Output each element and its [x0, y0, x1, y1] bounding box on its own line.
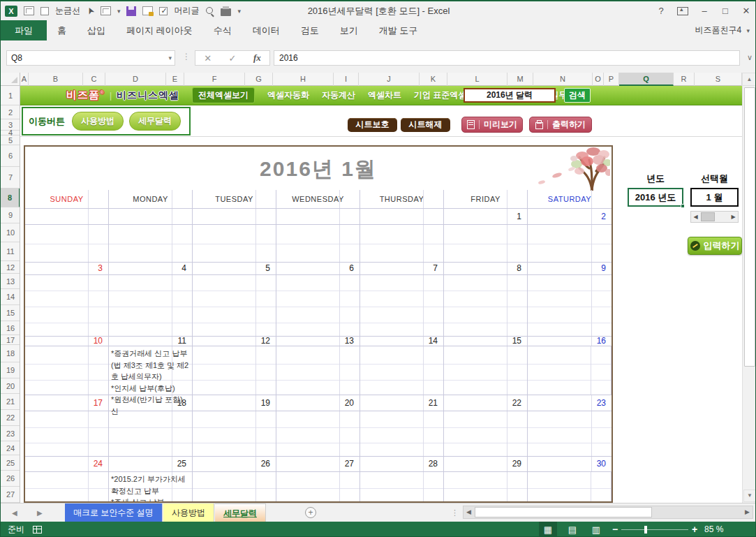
row-header-23[interactable]: 23 — [1, 426, 20, 441]
date-cell[interactable]: 13 — [276, 337, 360, 346]
minimize-button[interactable]: – — [694, 2, 715, 20]
date-cell[interactable]: 2 — [528, 209, 612, 224]
content-cell[interactable] — [25, 346, 109, 395]
date-cell[interactable]: 25 — [109, 457, 193, 471]
column-header-I[interactable]: I — [334, 73, 359, 86]
column-header-L[interactable]: L — [447, 73, 507, 86]
content-cell[interactable] — [109, 225, 193, 262]
content-cell[interactable] — [528, 411, 612, 456]
tab-nav-left-icon[interactable]: ◀ — [12, 503, 17, 522]
content-cell[interactable] — [444, 225, 528, 262]
content-cell[interactable] — [109, 411, 193, 456]
column-header-K[interactable]: K — [420, 73, 447, 86]
row-header-25[interactable]: 25 — [1, 455, 20, 471]
content-cell[interactable] — [193, 225, 276, 262]
content-cell[interactable] — [193, 472, 276, 503]
column-header-Q[interactable]: Q — [619, 73, 674, 86]
content-cell[interactable] — [193, 275, 276, 336]
date-cell[interactable]: 28 — [360, 457, 444, 471]
banner-menu-엑셀자동화[interactable]: 엑셀자동화 — [267, 89, 309, 101]
ribbon-tab-데이터[interactable]: 데이터 — [242, 20, 290, 41]
banner-menu-자동계산[interactable]: 자동계산 — [322, 89, 355, 101]
save-icon[interactable] — [126, 6, 136, 16]
macro-record-icon[interactable] — [33, 526, 42, 534]
content-cell[interactable] — [444, 411, 528, 456]
date-cell[interactable]: 27 — [276, 457, 360, 471]
row-header-2[interactable]: 2 — [1, 105, 20, 119]
spinner-left-icon[interactable]: ◀ — [691, 212, 700, 222]
business-excel-logo[interactable]: 비즈니스엑셀 — [117, 89, 179, 102]
date-cell[interactable]: 10 — [25, 337, 109, 346]
content-cell[interactable] — [360, 225, 444, 262]
row-header-12[interactable]: 12 — [1, 261, 20, 274]
row-header-14[interactable]: 14 — [1, 289, 20, 305]
date-cell[interactable]: 14 — [360, 337, 444, 346]
account-dropdown-icon[interactable]: ▾ — [746, 27, 750, 34]
banner-menu-기업 표준엑셀[interactable]: 기업 표준엑셀 — [414, 89, 466, 101]
bizform-logo[interactable]: 비즈폼® — [66, 89, 105, 102]
month-cell[interactable]: 1 월 — [690, 188, 739, 207]
row-header-13[interactable]: 13 — [1, 274, 20, 289]
row-header-21[interactable]: 21 — [1, 394, 20, 410]
content-cell[interactable] — [360, 275, 444, 336]
tab-nav-right-icon[interactable]: ▶ — [37, 503, 43, 522]
content-cell[interactable] — [25, 275, 109, 336]
date-cell[interactable] — [276, 209, 360, 224]
window-icon[interactable] — [24, 6, 34, 15]
zoom-percentage[interactable]: 85 % — [704, 522, 723, 537]
content-cell[interactable] — [25, 411, 109, 456]
row-header-8[interactable]: 8 — [1, 189, 20, 207]
gridlines-checkbox[interactable] — [40, 7, 49, 15]
borders-dropdown-icon[interactable]: ▾ — [117, 8, 121, 15]
content-cell[interactable] — [193, 346, 276, 395]
row-header-27[interactable]: 27 — [1, 487, 20, 503]
ribbon-tab-보기[interactable]: 보기 — [329, 20, 369, 41]
content-cell[interactable] — [276, 346, 360, 395]
formula-bar-expand-icon[interactable]: ∨ — [747, 53, 753, 62]
content-cell[interactable] — [444, 472, 528, 503]
scroll-down-button[interactable]: ▼ — [743, 490, 756, 502]
column-header-F[interactable]: F — [184, 73, 245, 86]
year-cell-q8[interactable]: 2016 년도 — [628, 188, 683, 207]
date-cell[interactable]: 26 — [193, 457, 276, 471]
date-cell[interactable]: 15 — [444, 337, 528, 346]
sheet-tab-세무달력[interactable]: 세무달력 — [215, 503, 266, 522]
name-box-dropdown-icon[interactable]: ▾ — [168, 51, 172, 65]
borders-icon[interactable] — [101, 6, 111, 15]
close-button[interactable]: ✕ — [736, 2, 756, 20]
preview-button[interactable]: 미리보기 — [461, 117, 523, 133]
sheet-unprotect-button[interactable]: 시트해제 — [401, 118, 450, 132]
row-header-1[interactable]: 1 — [1, 86, 20, 105]
print-preview-icon[interactable] — [205, 6, 214, 15]
content-cell[interactable] — [528, 275, 612, 336]
enter-icon[interactable]: ✓ — [229, 53, 237, 64]
horizontal-scrollbar[interactable]: ◀ ▶ — [463, 506, 753, 519]
spinner-right-icon[interactable]: ▶ — [729, 212, 738, 222]
row-header-11[interactable]: 11 — [1, 242, 20, 261]
content-cell[interactable] — [276, 275, 360, 336]
ribbon-tab-홈[interactable]: 홈 — [47, 20, 77, 41]
row-header-5[interactable]: 5 — [1, 135, 20, 145]
sheet-tab-매크로 보안수준 설명[interactable]: 매크로 보안수준 설명 — [65, 503, 163, 522]
date-cell[interactable] — [25, 209, 109, 224]
ribbon-tab-수식[interactable]: 수식 — [203, 20, 242, 41]
zoom-in-button[interactable]: + — [692, 522, 697, 537]
hscroll-right-icon[interactable]: ▶ — [742, 506, 753, 518]
fill-handle[interactable] — [681, 204, 685, 208]
row-header-4[interactable]: 4 — [1, 131, 20, 135]
ribbon-tab-페이지 레이아웃[interactable]: 페이지 레이아웃 — [116, 20, 203, 41]
column-header-D[interactable]: D — [105, 73, 166, 86]
sheet-protect-button[interactable]: 시트보호 — [348, 118, 397, 132]
column-header-C[interactable]: C — [83, 73, 105, 86]
account-name[interactable]: 비즈폼친구4 ▾ — [695, 20, 750, 41]
row-header-24[interactable]: 24 — [1, 441, 20, 455]
ribbon-display-options-icon[interactable] — [677, 7, 688, 15]
date-cell[interactable]: 21 — [360, 395, 444, 411]
column-header-J[interactable]: J — [359, 73, 420, 86]
row-header-10[interactable]: 10 — [1, 223, 20, 242]
select-all-corner[interactable] — [1, 73, 20, 86]
formula-input[interactable]: 2016 — [274, 50, 740, 66]
row-header-16[interactable]: 16 — [1, 321, 20, 335]
date-cell[interactable]: 8 — [444, 263, 528, 274]
date-cell[interactable] — [109, 209, 193, 224]
